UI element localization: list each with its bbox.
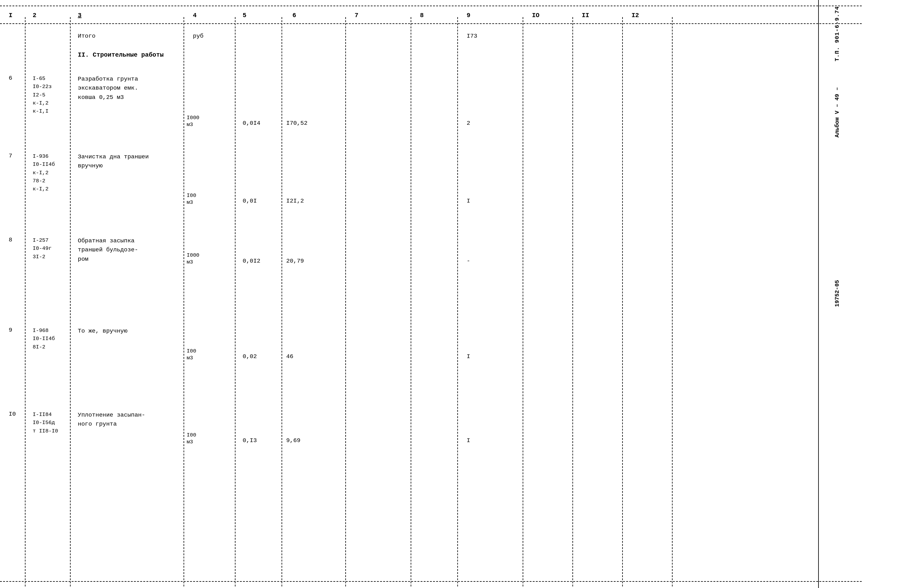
sidebar-text-bottom: 19752-05 xyxy=(834,280,840,307)
col-header-11: II xyxy=(582,12,589,19)
row6-col5: 0,0I4 xyxy=(243,120,261,127)
col-header-5: 5 xyxy=(243,12,247,19)
col-header-1: I xyxy=(9,12,12,19)
row8-desc: Обратная засыпка траншей бульдозе- ром xyxy=(78,236,138,264)
row7-qty: I00 м3 xyxy=(187,192,196,206)
vline-col8-9 xyxy=(457,17,458,586)
vline-col1-2 xyxy=(25,17,25,586)
right-sidebar: Т.П. 901-6-9.74 Альбом V – 49 – 19752-05 xyxy=(818,0,855,588)
col-header-9: 9 xyxy=(467,12,470,19)
col-header-4: 4 xyxy=(193,12,197,19)
row10-qty: I00 м3 xyxy=(187,432,196,445)
itogo-col9: I73 xyxy=(467,33,477,39)
vline-col6-7 xyxy=(345,17,346,586)
row8-codes: I-257 I0-49г 3I-2 xyxy=(33,236,52,261)
row7-num: 7 xyxy=(9,152,12,159)
bottom-border xyxy=(0,581,862,582)
col-header-3: 3 xyxy=(78,12,82,19)
row6-col9: 2 xyxy=(467,120,470,127)
row8-num: 8 xyxy=(9,236,12,243)
vline-col9-10 xyxy=(523,17,523,586)
vline-col4-5 xyxy=(235,17,236,586)
sidebar-text-middle: Альбом V – 49 – xyxy=(834,87,840,138)
col-header-6: 6 xyxy=(292,12,296,19)
row9-col5: 0,02 xyxy=(243,353,257,360)
row8-qty: I000 м3 xyxy=(187,252,199,266)
row9-num: 9 xyxy=(9,327,12,334)
col-header-7: 7 xyxy=(355,12,358,19)
row6-qty: I000 м3 xyxy=(187,115,199,128)
itogo-unit: руб xyxy=(193,33,203,39)
row6-desc: Разработка грунта экскаватором емк. ковш… xyxy=(78,74,138,102)
row6-codes: I-65 I0-22з I2-5 к-I,2 к-I,I xyxy=(33,74,52,116)
vline-col12-end xyxy=(672,17,673,586)
itogo-label: Итого xyxy=(78,33,96,39)
row9-qty: I00 м3 xyxy=(187,348,196,361)
row6-num: 6 xyxy=(9,74,12,82)
vline-col7-8 xyxy=(411,17,411,586)
row7-col6: I2I,2 xyxy=(286,197,304,205)
row7-col5: 0,0I xyxy=(243,197,257,205)
row7-col9: I xyxy=(467,197,470,205)
row7-codes: I-936 I0-II4б к-I,2 78-2 к-I,2 xyxy=(33,152,55,194)
row10-codes: I-II84 I0-I56д т II8-I0 xyxy=(33,411,58,435)
row10-col6: 9,69 xyxy=(286,437,301,444)
row9-col9: I xyxy=(467,353,470,360)
vline-col11-12 xyxy=(622,17,623,586)
section2-header: II. Строительные работы xyxy=(78,51,164,59)
row9-codes: I-968 I0-II4б 8I-2 xyxy=(33,327,55,351)
sidebar-text-top: Т.П. 901-6-9.74 xyxy=(834,6,840,61)
col-header-12: I2 xyxy=(632,12,639,19)
row8-col5: 0,0I2 xyxy=(243,258,261,264)
col-header-2: 2 xyxy=(33,12,36,19)
row10-desc: Уплотнение засыпан- ного грунта xyxy=(78,411,145,429)
col-header-8: 8 xyxy=(420,12,424,19)
row10-col5: 0,I3 xyxy=(243,437,257,444)
row8-col9: - xyxy=(467,258,470,264)
vline-col5-6 xyxy=(282,17,282,586)
row8-col6: 20,79 xyxy=(286,258,304,264)
row7-desc: Зачистка дна траншеи вручную xyxy=(78,152,149,171)
vline-col10-11 xyxy=(573,17,573,586)
row10-num: I0 xyxy=(9,411,16,417)
vline-col2-3 xyxy=(70,17,71,586)
row9-desc: То же, вручную xyxy=(78,327,127,336)
row6-col6: I70,52 xyxy=(286,120,307,127)
row10-col9: I xyxy=(467,437,470,444)
top-border xyxy=(0,6,862,6)
row9-col6: 46 xyxy=(286,353,293,360)
header-underline xyxy=(0,23,862,24)
col-header-10: IO xyxy=(532,12,540,19)
vline-col3-4 xyxy=(183,17,184,586)
